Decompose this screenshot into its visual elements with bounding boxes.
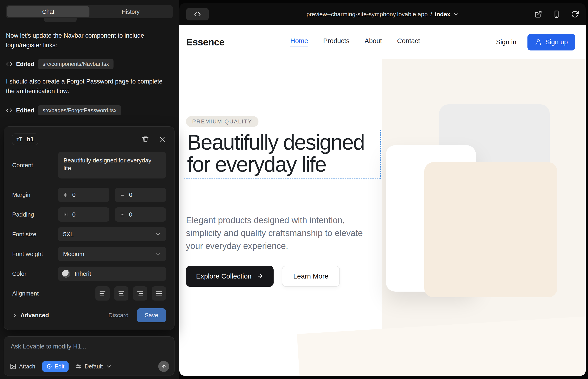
- preview-url-page: index: [435, 11, 450, 18]
- site-preview: Essence Home Products About Contact Sign…: [179, 25, 586, 376]
- edited-file-row: Edited src/pages/ForgotPassword.tsx: [6, 105, 121, 116]
- nav-link-contact[interactable]: Contact: [397, 37, 420, 47]
- content-textarea[interactable]: Beautifully designed for everyday life: [58, 152, 166, 178]
- chevron-down-icon: [155, 251, 161, 257]
- edited-file-row: Edited src/components/Navbar.tsx: [6, 59, 113, 69]
- arrow-up-icon: [161, 363, 167, 369]
- arrow-right-icon: [257, 273, 263, 280]
- align-center-button[interactable]: [114, 286, 128, 300]
- sign-in-link[interactable]: Sign in: [496, 38, 516, 46]
- align-right-button[interactable]: [133, 286, 147, 300]
- decorative-card-cream: [424, 162, 557, 297]
- tab-chat[interactable]: Chat: [7, 6, 90, 17]
- file-chip-forgot-password[interactable]: src/pages/ForgotPassword.tsx: [38, 105, 121, 115]
- hero-heading: Beautifully designed for everyday life: [187, 131, 378, 175]
- learn-more-button[interactable]: Learn More: [282, 266, 340, 287]
- advanced-toggle[interactable]: Advanced: [12, 312, 49, 319]
- chevron-down-icon: [453, 12, 459, 17]
- align-left-button[interactable]: [95, 286, 110, 300]
- margin-vertical-icon: [62, 192, 69, 198]
- font-size-select[interactable]: 5XL: [58, 227, 166, 241]
- padding-label: Padding: [12, 211, 58, 218]
- chat-composer: Attach Edit Default: [4, 336, 174, 376]
- chevron-right-icon: [12, 313, 18, 318]
- site-logo[interactable]: Essence: [186, 37, 225, 48]
- code-icon: [6, 107, 12, 113]
- preview-url-separator: /: [431, 11, 432, 18]
- edited-label: Edited: [16, 61, 34, 68]
- chevron-down-icon: [155, 231, 161, 237]
- align-justify-button[interactable]: [152, 286, 166, 300]
- explore-collection-label: Explore Collection: [196, 272, 252, 280]
- composer-input[interactable]: [11, 343, 148, 350]
- nav-link-home[interactable]: Home: [290, 37, 308, 47]
- chat-history-tabs: Chat History: [6, 5, 173, 18]
- nav-link-products[interactable]: Products: [323, 37, 349, 47]
- preview-url-domain: preview--charming-site-symphony.lovable.…: [306, 11, 428, 18]
- advanced-label: Advanced: [20, 312, 49, 319]
- color-swatch: [62, 270, 70, 278]
- chat-sidebar: Chat History Now let's update the Navbar…: [0, 0, 179, 379]
- sign-up-label: Sign up: [545, 38, 568, 46]
- sign-up-button[interactable]: Sign up: [527, 34, 575, 50]
- tab-history[interactable]: History: [90, 6, 172, 17]
- chat-message: Now let's update the Navbar component to…: [6, 31, 168, 50]
- preview-frame: preview--charming-site-symphony.lovable.…: [179, 3, 586, 376]
- font-weight-select[interactable]: Medium: [58, 247, 166, 261]
- content-label: Content: [12, 162, 58, 169]
- padding-horizontal-value: 0: [129, 211, 132, 218]
- margin-vertical-input[interactable]: 0: [58, 188, 109, 202]
- site-navbar: Essence Home Products About Contact Sign…: [179, 25, 586, 59]
- align-center-icon: [118, 290, 125, 297]
- premium-quality-badge: PREMIUM QUALITY: [186, 116, 259, 127]
- chat-message: I should also create a Forgot Password p…: [6, 77, 168, 96]
- target-icon: [46, 363, 52, 369]
- model-default-label: Default: [85, 363, 103, 370]
- margin-horizontal-input[interactable]: 0: [115, 188, 166, 202]
- scrolled-badge-fragment: [44, 18, 77, 22]
- hero-description: Elegant products designed with intention…: [186, 214, 370, 252]
- padding-horizontal-icon: [120, 211, 125, 218]
- explore-collection-button[interactable]: Explore Collection: [186, 266, 274, 287]
- close-icon[interactable]: [159, 136, 166, 143]
- preview-topbar: preview--charming-site-symphony.lovable.…: [179, 3, 586, 25]
- margin-vertical-value: 0: [72, 191, 76, 198]
- preview-url-bar[interactable]: preview--charming-site-symphony.lovable.…: [179, 3, 586, 25]
- edited-label: Edited: [16, 107, 34, 114]
- padding-vertical-input[interactable]: 0: [58, 207, 109, 222]
- margin-horizontal-value: 0: [129, 191, 132, 198]
- selected-h1-outline[interactable]: Beautifully designed for everyday life: [184, 130, 381, 179]
- site-nav-links: Home Products About Contact: [290, 37, 420, 47]
- align-left-icon: [99, 290, 106, 297]
- image-icon: [10, 363, 16, 370]
- color-label: Color: [12, 270, 58, 277]
- font-weight-value: Medium: [63, 251, 84, 258]
- color-select[interactable]: Inherit: [58, 267, 166, 281]
- align-justify-icon: [155, 290, 162, 297]
- delete-icon[interactable]: [142, 136, 149, 143]
- save-button[interactable]: Save: [137, 308, 166, 322]
- file-chip-navbar[interactable]: src/components/Navbar.tsx: [38, 59, 113, 69]
- attach-button[interactable]: Attach: [10, 363, 35, 370]
- padding-vertical-icon: [62, 211, 69, 218]
- alignment-label: Alignment: [12, 290, 58, 297]
- align-right-icon: [137, 290, 144, 297]
- element-editor-panel: тT h1 Content Beautifully designed for e…: [4, 126, 174, 330]
- model-default-button[interactable]: Default: [76, 363, 112, 370]
- margin-horizontal-icon: [120, 192, 125, 198]
- app-window: Chat History Now let's update the Navbar…: [0, 0, 588, 379]
- user-icon: [535, 39, 542, 46]
- edit-mode-label: Edit: [55, 363, 64, 370]
- color-value: Inherit: [75, 270, 91, 277]
- send-button[interactable]: [158, 361, 169, 372]
- font-size-value: 5XL: [63, 231, 74, 238]
- edit-mode-button[interactable]: Edit: [42, 361, 69, 372]
- font-size-label: Font size: [12, 231, 58, 238]
- padding-horizontal-input[interactable]: 0: [115, 207, 166, 222]
- nav-link-about[interactable]: About: [365, 37, 382, 47]
- selected-element-chip: тT h1: [12, 134, 38, 145]
- chevron-down-icon: [106, 363, 112, 370]
- code-icon: [6, 61, 12, 67]
- padding-vertical-value: 0: [72, 211, 76, 218]
- discard-button[interactable]: Discard: [108, 312, 129, 319]
